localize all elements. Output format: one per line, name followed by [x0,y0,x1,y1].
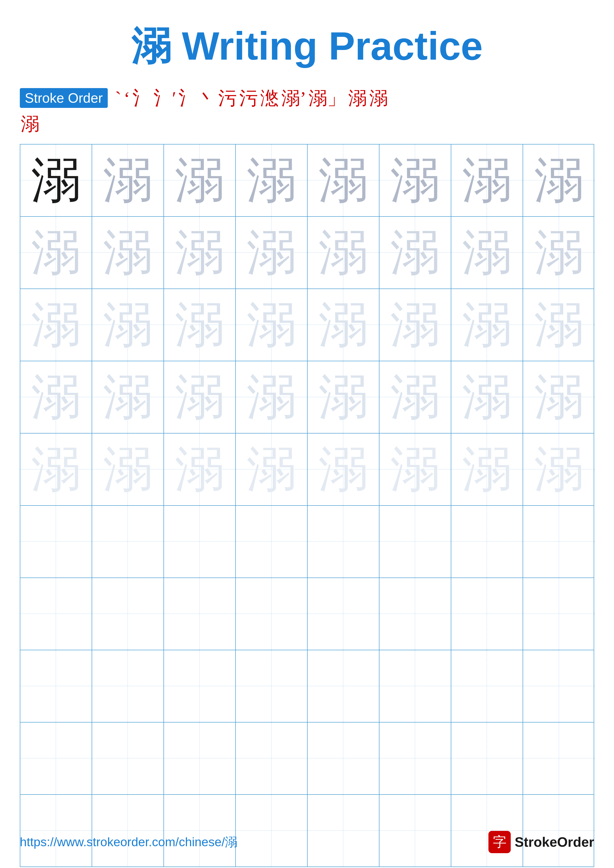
grid-cell[interactable] [164,650,236,722]
grid-cell[interactable]: 溺 [164,289,236,361]
title-text: Writing Practice [171,24,483,68]
grid-cell[interactable] [379,722,451,794]
grid-cell[interactable]: 溺 [451,289,523,361]
grid-cell[interactable] [92,578,164,650]
grid-cell[interactable] [523,506,595,578]
grid-cell[interactable] [92,506,164,578]
stroke-step-6: 污 [218,89,237,107]
grid-cell[interactable] [523,795,595,866]
title-char: 溺 [131,24,171,68]
cell-char: 溺 [534,372,584,422]
grid-cell[interactable] [379,578,451,650]
grid-cell[interactable]: 溺 [164,217,236,288]
footer-logo-text: StrokeOrder [515,834,594,850]
grid-cell[interactable]: 溺 [451,217,523,288]
grid-cell[interactable]: 溺 [451,144,523,216]
grid-cell[interactable] [379,506,451,578]
cell-char: 溺 [462,300,512,350]
grid-cell[interactable] [379,795,451,866]
grid-cell[interactable]: 溺 [236,217,308,288]
grid-cell[interactable]: 溺 [308,217,379,288]
grid-cell[interactable] [236,506,308,578]
grid-cell[interactable] [20,795,92,866]
cell-char: 溺 [247,156,296,205]
grid-cell[interactable] [92,795,164,866]
grid-cell[interactable] [308,578,379,650]
grid-cell[interactable]: 溺 [164,144,236,216]
grid-cell[interactable] [92,722,164,794]
grid-cell[interactable] [451,578,523,650]
grid-cell[interactable] [308,722,379,794]
grid-cell[interactable]: 溺 [308,361,379,433]
grid-row-5: 溺 溺 溺 溺 溺 溺 溺 溺 [20,434,594,506]
grid-cell[interactable] [523,650,595,722]
grid-cell[interactable] [451,795,523,866]
grid-cell[interactable]: 溺 [379,289,451,361]
grid-cell[interactable]: 溺 [451,361,523,433]
grid-cell[interactable] [236,650,308,722]
grid-cell[interactable]: 溺 [92,361,164,433]
grid-cell[interactable]: 溺 [236,289,308,361]
grid-cell[interactable] [236,578,308,650]
cell-char: 溺 [175,156,224,205]
grid-cell[interactable]: 溺 [523,434,595,505]
grid-cell[interactable]: 溺 [164,434,236,505]
grid-cell[interactable] [164,506,236,578]
cell-char: 溺 [462,228,512,277]
grid-cell[interactable]: 溺 [20,289,92,361]
grid-cell[interactable]: 溺 [379,434,451,505]
grid-cell[interactable]: 溺 [236,361,308,433]
grid-cell[interactable]: 溺 [236,434,308,505]
grid-cell[interactable]: 溺 [92,144,164,216]
grid-cell[interactable]: 溺 [20,361,92,433]
grid-cell[interactable]: 溺 [20,217,92,288]
grid-cell[interactable]: 溺 [379,217,451,288]
cell-char: 溺 [31,156,81,205]
grid-cell[interactable] [523,578,595,650]
footer-url[interactable]: https://www.strokeorder.com/chinese/溺 [20,834,237,851]
cell-char: 溺 [319,445,368,494]
grid-cell[interactable] [164,795,236,866]
grid-cell[interactable] [20,578,92,650]
grid-cell[interactable]: 溺 [308,434,379,505]
grid-cell[interactable] [523,722,595,794]
cell-char: 溺 [175,228,224,277]
grid-cell[interactable]: 溺 [523,144,595,216]
stroke-step-8: 滺 [260,89,279,107]
grid-cell[interactable]: 溺 [308,289,379,361]
grid-cell[interactable]: 溺 [20,144,92,216]
grid-cell[interactable]: 溺 [92,217,164,288]
grid-cell[interactable] [92,650,164,722]
grid-cell[interactable] [451,650,523,722]
grid-cell[interactable]: 溺 [379,361,451,433]
cell-char: 溺 [175,372,224,422]
grid-cell[interactable]: 溺 [92,434,164,505]
grid-cell[interactable]: 溺 [308,144,379,216]
grid-cell[interactable]: 溺 [523,217,595,288]
grid-cell[interactable] [308,795,379,866]
grid-cell[interactable] [451,506,523,578]
grid-cell[interactable] [20,722,92,794]
grid-cell[interactable] [236,722,308,794]
stroke-step-5: 氵丶 [179,89,216,107]
grid-cell[interactable] [308,506,379,578]
grid-cell[interactable]: 溺 [236,144,308,216]
grid-cell[interactable] [164,722,236,794]
grid-cell[interactable]: 溺 [523,289,595,361]
grid-cell[interactable] [379,650,451,722]
grid-cell[interactable] [164,578,236,650]
grid-cell[interactable] [20,506,92,578]
grid-cell[interactable] [451,722,523,794]
grid-cell[interactable] [308,650,379,722]
cell-char: 溺 [390,445,440,494]
stroke-steps: ` ‘ 氵 氵′ 氵丶 污 污 滺 溺’ 溺」 溺 溺 [115,89,388,107]
grid-cell[interactable]: 溺 [92,289,164,361]
grid-cell[interactable]: 溺 [523,361,595,433]
grid-cell[interactable] [236,795,308,866]
grid-cell[interactable]: 溺 [379,144,451,216]
grid-cell[interactable]: 溺 [164,361,236,433]
grid-row-8 [20,650,594,722]
grid-cell[interactable] [20,650,92,722]
grid-cell[interactable]: 溺 [20,434,92,505]
grid-cell[interactable]: 溺 [451,434,523,505]
